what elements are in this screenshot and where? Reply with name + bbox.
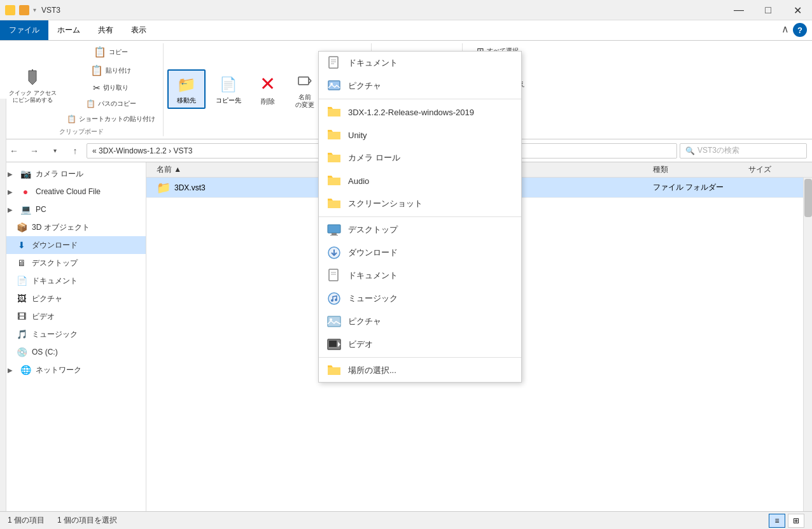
dropdown-item-desktop[interactable]: デスクトップ	[319, 218, 521, 241]
dropdown-label-audio: Audio	[348, 176, 369, 186]
svg-point-19	[335, 299, 337, 301]
dropdown-separator1	[319, 99, 521, 99]
dropdown-item-camera-roll[interactable]: カメラ ロール	[319, 146, 521, 169]
svg-point-17	[328, 293, 340, 304]
dropdown-item-downloads[interactable]: ダウンロード	[319, 241, 521, 264]
folder-3dx-icon	[326, 104, 342, 120]
svg-rect-4	[329, 57, 338, 68]
dropdown-item-pictures-recent[interactable]: ピクチャ	[319, 74, 521, 97]
dropdown-label-pictures-recent: ピクチャ	[348, 80, 381, 92]
folder-audio-icon	[326, 173, 342, 188]
dropdown-separator2	[319, 216, 521, 217]
dropdown-label-choose: 場所の選択...	[348, 365, 396, 376]
dropdown-item-music[interactable]: ミュージック	[319, 287, 521, 310]
desktop-special-icon	[326, 222, 342, 237]
svg-rect-8	[328, 81, 340, 90]
dropdown-label-unity: Unity	[348, 130, 367, 140]
dropdown-separator3	[319, 357, 521, 358]
dropdown-item-audio[interactable]: Audio	[319, 169, 521, 192]
dropdown-label-documents2: ドキュメント	[348, 270, 398, 281]
video-special-icon	[326, 337, 342, 352]
pictures-special-icon	[326, 314, 342, 329]
dropdown-label-screenshots: スクリーンショット	[348, 198, 423, 209]
dropdown-label-camera: カメラ ロール	[348, 152, 400, 164]
dropdown-item-documents[interactable]: ドキュメント	[319, 264, 521, 287]
dropdown-menu: ドキュメント ピクチャ 3DX-1.2.2-Release-windows-20…	[318, 51, 522, 383]
dropdown-label-pictures2: ピクチャ	[348, 316, 381, 327]
folder-camera-icon	[326, 150, 342, 166]
svg-rect-14	[329, 269, 338, 281]
dropdown-label-music: ミュージック	[348, 293, 398, 304]
choose-location-icon	[326, 363, 342, 378]
dropdown-label-desktop: デスクトップ	[348, 224, 398, 236]
dropdown-item-screenshots[interactable]: スクリーンショット	[319, 192, 521, 215]
documents-recent-icon	[326, 55, 342, 71]
dropdown-item-pictures[interactable]: ピクチャ	[319, 310, 521, 333]
svg-rect-12	[330, 235, 338, 236]
pictures-recent-icon	[326, 78, 342, 94]
svg-rect-11	[332, 233, 337, 235]
music-special-icon	[326, 291, 342, 306]
svg-point-18	[331, 299, 333, 302]
dropdown-label-downloads: ダウンロード	[348, 247, 398, 258]
dropdown-item-video[interactable]: ビデオ	[319, 333, 521, 356]
downloads-special-icon	[326, 245, 342, 260]
dropdown-item-3dx[interactable]: 3DX-1.2.2-Release-windows-2019	[319, 101, 521, 123]
folder-screenshots-icon	[326, 196, 342, 211]
documents-special-icon	[326, 268, 342, 283]
dropdown-label-3dx: 3DX-1.2.2-Release-windows-2019	[348, 108, 474, 117]
dropdown-overlay: ドキュメント ピクチャ 3DX-1.2.2-Release-windows-20…	[0, 0, 812, 529]
svg-rect-10	[328, 225, 340, 233]
dropdown-item-unity[interactable]: Unity	[319, 123, 521, 146]
svg-rect-23	[329, 341, 337, 347]
dropdown-label-video: ビデオ	[348, 339, 373, 350]
dropdown-label-documents-recent: ドキュメント	[348, 57, 398, 69]
dropdown-item-choose-location[interactable]: 場所の選択...	[319, 359, 521, 382]
dropdown-item-documents-recent[interactable]: ドキュメント	[319, 52, 521, 74]
folder-unity-icon	[326, 127, 342, 143]
